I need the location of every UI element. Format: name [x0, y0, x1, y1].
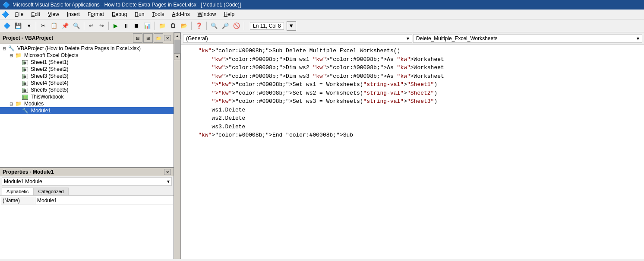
toolbar-sep-1 [36, 22, 36, 30]
tree-icon-9: 🔧 [22, 108, 28, 114]
tree-item-8[interactable]: ⊟📁Modules [0, 100, 174, 107]
tree-item-1[interactable]: ⊟📁Microsoft Excel Objects [0, 52, 174, 59]
code-line-6: ">"kw">"color:#00008b;">Set ws3 = Worksh… [185, 97, 641, 106]
menu-edit[interactable]: Edit [28, 10, 44, 18]
tree-icon-3: ▦ [22, 66, 28, 72]
toolbar-copy[interactable]: 📋 [49, 21, 59, 31]
properties-close-btn[interactable]: ✕ [164, 169, 171, 175]
proc-dropdown-value: Delete_Multiple_Excel_Worksheets [416, 35, 498, 41]
tree-icon-0: 🔧 [8, 45, 15, 51]
toolbar-sep-5 [191, 22, 192, 30]
menu-run[interactable]: Run [131, 10, 148, 18]
project-panel: Project - VBAProject ⊟ ⊞ 📁 ✕ ⊟🔧VBAProjec… [0, 32, 174, 168]
tree-label-5: Sheet4 (Sheet4) [31, 80, 68, 86]
tree-item-9[interactable]: 🔧Module1 [0, 107, 174, 114]
tab-categorized[interactable]: Categorized [33, 188, 68, 195]
code-panel: (General) ▾ Delete_Multiple_Excel_Worksh… [181, 32, 644, 259]
project-tree: ⊟🔧VBAProject (How to Delete Extra Pages … [0, 44, 174, 167]
menu-addins[interactable]: Add-Ins [168, 10, 193, 18]
properties-tabs: Alphabetic Categorized [0, 187, 174, 196]
code-line-7: ws1.Delete [185, 106, 641, 115]
menu-view[interactable]: View [44, 10, 63, 18]
proc-dropdown-arrow: ▾ [637, 35, 639, 41]
cursor-position: Ln 11, Col 8 [250, 22, 284, 30]
toolbar-excel-icon[interactable]: 🔷 [2, 21, 12, 31]
code-toolbar: (General) ▾ Delete_Multiple_Excel_Worksh… [181, 32, 644, 45]
tree-icon-1: 📁 [15, 52, 22, 58]
menu-debug[interactable]: Debug [108, 10, 130, 18]
properties-module-dropdown[interactable]: Module1 Module ▾ [2, 177, 172, 186]
general-dropdown-value: (General) [186, 35, 208, 41]
code-line-10: "kw">"color:#00008b;">End "color:#00008b… [185, 131, 641, 140]
title-bar: 🔷 Microsoft Visual Basic for Application… [0, 0, 644, 10]
project-view-toggle-1[interactable]: ⊟ [133, 33, 142, 43]
tree-icon-6: ▦ [22, 87, 28, 93]
toolbar-dropdown-arrow[interactable]: ▾ [24, 21, 34, 31]
toolbar-save[interactable]: 💾 [13, 21, 23, 31]
tree-item-4[interactable]: ▦Sheet3 (Sheet3) [0, 73, 174, 80]
code-line-5: ">"kw">"color:#00008b;">Set ws2 = Worksh… [185, 89, 641, 98]
tree-label-0: VBAProject (How to Delete Extra Pages in… [17, 45, 141, 51]
toolbar-undo[interactable]: ↩ [86, 21, 96, 31]
toolbar-sep-2 [84, 22, 84, 30]
project-folder-icon[interactable]: 📁 [154, 33, 163, 43]
general-dropdown-arrow: ▾ [407, 35, 409, 41]
menu-tools[interactable]: Tools [148, 10, 167, 18]
tree-item-0[interactable]: ⊟🔧VBAProject (How to Delete Extra Pages … [0, 45, 174, 52]
properties-dropdown-value: Module1 Module [4, 178, 42, 185]
menu-insert[interactable]: Insert [63, 10, 83, 18]
tree-item-7[interactable]: 📗ThisWorkbook [0, 93, 174, 100]
left-panel-scrollbar: ▲ ▼ [174, 32, 180, 259]
toolbar-properties[interactable]: 🗒 [168, 21, 178, 31]
toolbar-cut[interactable]: ✂ [38, 21, 48, 31]
tree-item-2[interactable]: ▦Sheet1 (Sheet1) [0, 59, 174, 66]
tree-item-5[interactable]: ▦Sheet4 (Sheet4) [0, 80, 174, 86]
scroll-up-btn[interactable]: ▲ [174, 32, 180, 39]
code-general-dropdown[interactable]: (General) ▾ [183, 34, 412, 43]
code-line-4: ">"kw">"color:#00008b;">Set ws1 = Worksh… [185, 80, 641, 89]
code-proc-dropdown[interactable]: Delete_Multiple_Excel_Worksheets ▾ [413, 34, 642, 43]
property-name-value[interactable]: Module1 [35, 197, 173, 204]
menu-file[interactable]: File [12, 10, 27, 18]
toolbar-run[interactable]: ▶ [111, 21, 120, 31]
toolbar-stop[interactable]: ⏹ [132, 21, 141, 31]
toolbar-sep-4 [155, 22, 155, 30]
scroll-down-btn[interactable]: ▼ [174, 53, 180, 60]
toolbar-find[interactable]: 🔍 [71, 21, 82, 31]
code-line-1: "kw">"color:#00008b;">Dim ws1 "kw">"colo… [185, 55, 641, 64]
toolbar-object-browser[interactable]: 📂 [179, 21, 189, 31]
toolbar-paste[interactable]: 📌 [60, 21, 70, 31]
toolbar-scroll-down[interactable]: ▼ [287, 21, 296, 31]
menu-help[interactable]: Help [220, 10, 238, 18]
toolbar-project-explorer[interactable]: 📁 [157, 21, 167, 31]
tree-icon-4: ▦ [22, 73, 28, 79]
tree-label-4: Sheet3 (Sheet3) [31, 73, 68, 79]
code-line-3: "kw">"color:#00008b;">Dim ws3 "kw">"colo… [185, 72, 641, 81]
tree-item-6[interactable]: ▦Sheet5 (Sheet5) [0, 86, 174, 93]
property-name-label: (Name) [1, 197, 35, 204]
code-line-0: "kw">"color:#00008b;">Sub Delete_Multipl… [185, 47, 641, 55]
tree-label-9: Module1 [31, 108, 51, 114]
toolbar-search[interactable]: 🔍 [209, 21, 219, 31]
project-close-btn[interactable]: ✕ [164, 35, 171, 41]
code-line-8: ws2.Delete [185, 114, 641, 123]
toolbar-sep-7 [244, 22, 244, 30]
toolbar-search2[interactable]: 🔎 [220, 21, 230, 31]
toolbar-reset[interactable]: 📊 [142, 21, 152, 31]
tree-expand-icon-0: ⊟ [2, 46, 7, 51]
toolbar-stop2[interactable]: 🚫 [231, 21, 242, 31]
code-editor[interactable]: "kw">"color:#00008b;">Sub Delete_Multipl… [181, 45, 644, 259]
tab-alphabetic[interactable]: Alphabetic [2, 188, 33, 195]
tree-label-7: ThisWorkbook [31, 94, 63, 100]
toolbar-break[interactable]: ⏸ [121, 21, 131, 31]
tree-item-3[interactable]: ▦Sheet2 (Sheet2) [0, 66, 174, 73]
properties-table: (Name) Module1 [0, 196, 174, 259]
menu-window[interactable]: Window [194, 10, 220, 18]
menu-format[interactable]: Format [84, 10, 107, 18]
toolbar-help[interactable]: ❓ [194, 21, 204, 31]
toolbar-redo[interactable]: ↪ [97, 21, 106, 31]
properties-header: Properties - Module1 ✕ [0, 168, 174, 176]
scroll-thumb[interactable] [174, 40, 180, 53]
project-view-toggle-2[interactable]: ⊞ [143, 33, 153, 43]
app-icon: 🔷 [3, 1, 10, 8]
